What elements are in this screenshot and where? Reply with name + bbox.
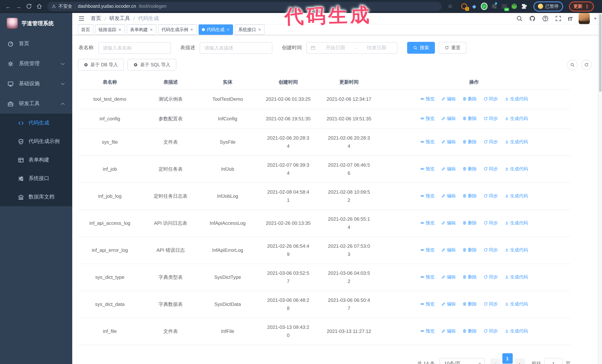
action-preview-link[interactable]: 预览 (420, 219, 435, 227)
avatar-caret-down-icon[interactable] (594, 18, 597, 20)
action-preview-link[interactable]: 预览 (420, 114, 435, 123)
action-sync-link[interactable]: 同步 (484, 138, 498, 146)
sidebar-subitem-代码生成[interactable]: 代码生成 (0, 114, 72, 132)
tab-系统接口[interactable]: 系统接口× (235, 24, 265, 35)
action-preview-link[interactable]: 预览 (420, 246, 435, 254)
action-delete-link[interactable]: 删除 (462, 300, 477, 308)
bookmark-star-icon[interactable]: ☆ (446, 3, 454, 10)
action-sync-link[interactable]: 同步 (484, 219, 498, 227)
action-generate-code-link[interactable]: 生成代码 (505, 219, 528, 227)
reset-button[interactable]: 重置 (439, 42, 466, 54)
browser-forward-icon[interactable]: → (14, 2, 23, 11)
browser-update-button[interactable]: 更新 ⋮ (569, 1, 594, 11)
action-edit-link[interactable]: 编辑 (441, 114, 456, 123)
action-delete-link[interactable]: 删除 (462, 273, 477, 281)
action-generate-code-link[interactable]: 生成代码 (505, 95, 528, 103)
browser-menu-icon[interactable]: ⋮ (585, 3, 589, 9)
extension-gem-icon[interactable]: ◆ (471, 3, 478, 10)
scrollbar-thumb[interactable] (599, 14, 602, 92)
action-delete-link[interactable]: 删除 (462, 246, 477, 254)
sidebar-subitem-表单构建[interactable]: 表单构建 (0, 151, 72, 169)
action-generate-code-link[interactable]: 生成代码 (505, 273, 528, 281)
action-preview-link[interactable]: 预览 (420, 327, 435, 335)
action-sync-link[interactable]: 同步 (484, 95, 498, 103)
scrollbar-track[interactable] (598, 13, 602, 364)
refresh-table-button[interactable] (581, 60, 592, 70)
browser-home-icon[interactable] (35, 2, 44, 11)
github-icon[interactable] (529, 15, 536, 22)
sidebar-item-基础设施[interactable]: 基础设施 (0, 74, 72, 94)
sidebar-subitem-代码生成示例[interactable]: 代码生成示例 (0, 132, 72, 151)
user-avatar[interactable] (579, 13, 590, 24)
tab-表单构建[interactable]: 表单构建× (127, 24, 156, 35)
action-sync-link[interactable]: 同步 (484, 246, 498, 254)
breadcrumb-home[interactable]: 首页 (91, 15, 101, 22)
date-range-picker[interactable]: 开始日期 - 结束日期 (306, 42, 398, 53)
action-edit-link[interactable]: 编辑 (441, 327, 456, 335)
goto-page-input[interactable] (544, 358, 563, 364)
tab-close-icon[interactable]: × (150, 27, 153, 32)
action-sync-link[interactable]: 同步 (484, 327, 498, 335)
action-generate-code-link[interactable]: 生成代码 (505, 138, 528, 146)
tab-代码生成[interactable]: 代码生成× (199, 24, 233, 35)
action-preview-link[interactable]: 预览 (420, 192, 435, 200)
extension-frog-icon[interactable] (511, 3, 517, 10)
import-sql-button[interactable]: 基于 SQL 导入 (128, 59, 176, 71)
search-icon[interactable] (516, 15, 523, 22)
action-edit-link[interactable]: 编辑 (441, 219, 456, 227)
tab-首页[interactable]: 首页 (78, 24, 93, 35)
address-bar[interactable]: ⚠ 不安全 dashboard.yudao.iocoder.cn/tool/co… (47, 2, 441, 11)
action-preview-link[interactable]: 预览 (420, 273, 435, 281)
action-sync-link[interactable]: 同步 (484, 165, 498, 173)
app-logo-row[interactable]: 芋道管理系统 (0, 13, 72, 34)
prev-page-button[interactable]: ‹ (490, 358, 500, 364)
action-edit-link[interactable]: 编辑 (441, 273, 456, 281)
extensions-puzzle-icon[interactable] (521, 3, 527, 10)
sidebar-item-系统管理[interactable]: 系统管理 (0, 54, 72, 74)
browser-back-icon[interactable]: ← (4, 2, 13, 11)
action-delete-link[interactable]: 删除 (462, 95, 477, 103)
sidebar-subitem-系统接口[interactable]: 系统接口 (0, 169, 72, 188)
action-generate-code-link[interactable]: 生成代码 (505, 114, 528, 123)
sidebar-item-首页[interactable]: 首页 (0, 34, 72, 54)
profile-paused-badge[interactable]: 已暂停 (533, 1, 563, 11)
action-delete-link[interactable]: 删除 (462, 327, 477, 335)
action-generate-code-link[interactable]: 生成代码 (505, 192, 528, 200)
breadcrumb-tools[interactable]: 研发工具 (109, 15, 130, 22)
action-sync-link[interactable]: 同步 (484, 192, 498, 200)
action-edit-link[interactable]: 编辑 (441, 300, 456, 308)
page-size-select[interactable]: 10条/页 (439, 358, 484, 364)
tab-代码生成示例[interactable]: 代码生成示例× (158, 24, 197, 35)
extension-sliders-icon[interactable] (491, 3, 497, 10)
table-name-input[interactable] (98, 42, 171, 53)
extension-dark-icon[interactable]: on (501, 3, 507, 10)
action-delete-link[interactable]: 删除 (462, 114, 477, 123)
browser-reload-icon[interactable] (24, 2, 33, 11)
sidebar-subitem-数据库文档[interactable]: 数据库文档 (0, 188, 72, 206)
action-delete-link[interactable]: 删除 (462, 219, 477, 227)
action-preview-link[interactable]: 预览 (420, 300, 435, 308)
toggle-search-button[interactable] (567, 60, 578, 70)
action-generate-code-link[interactable]: 生成代码 (505, 165, 528, 173)
action-preview-link[interactable]: 预览 (420, 95, 435, 103)
extension-orange-icon[interactable]: 1 (461, 3, 468, 10)
font-size-icon[interactable]: tT (568, 15, 572, 22)
action-generate-code-link[interactable]: 生成代码 (505, 246, 528, 254)
action-preview-link[interactable]: 预览 (420, 165, 435, 173)
action-sync-link[interactable]: 同步 (484, 300, 498, 308)
tab-链路追踪[interactable]: 链路追踪× (95, 24, 125, 35)
tab-close-icon[interactable]: × (118, 27, 121, 32)
table-desc-input[interactable] (200, 42, 272, 53)
search-button[interactable]: 搜索 (407, 42, 435, 54)
page-button-1[interactable]: 1 (502, 353, 513, 364)
next-page-button[interactable]: › (514, 358, 525, 364)
tab-close-icon[interactable]: × (258, 27, 261, 32)
action-preview-link[interactable]: 预览 (420, 138, 435, 146)
action-sync-link[interactable]: 同步 (484, 114, 498, 123)
action-edit-link[interactable]: 编辑 (441, 165, 456, 173)
help-icon[interactable] (542, 15, 549, 22)
action-edit-link[interactable]: 编辑 (441, 138, 456, 146)
action-generate-code-link[interactable]: 生成代码 (505, 300, 528, 308)
action-delete-link[interactable]: 删除 (462, 165, 477, 173)
tab-close-icon[interactable]: × (226, 27, 230, 32)
